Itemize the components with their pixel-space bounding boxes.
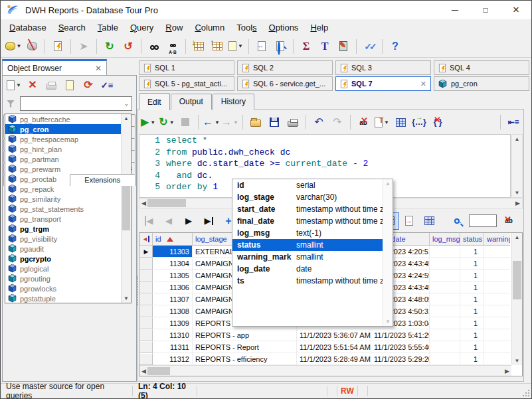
document-tab-sql-7[interactable]: SQL 7✕ xyxy=(335,76,431,91)
next-query-button[interactable]: →▼ xyxy=(221,114,238,131)
cell-warning[interactable] xyxy=(484,258,510,270)
cell-warning[interactable] xyxy=(484,270,510,281)
editor-tab-output[interactable]: Output xyxy=(171,94,212,110)
autocomplete-item-log_msg[interactable]: log_msgtext(-1) xyxy=(232,227,393,239)
cell-log-stage[interactable]: REPORTS - efficiency xyxy=(193,353,297,365)
scroll-right-icon[interactable]: ▶ xyxy=(515,200,520,206)
close-button[interactable]: × xyxy=(501,1,531,19)
close-icon[interactable]: ✕ xyxy=(420,80,426,88)
cell-warning[interactable] xyxy=(484,329,510,341)
cell-warning[interactable] xyxy=(484,246,510,258)
grid-vscrollbar[interactable]: ▲ ▼ xyxy=(511,233,522,365)
cell-start-date[interactable]: 11/1/2023 5:51:54 AM xyxy=(297,341,371,353)
cell-status[interactable]: 1 xyxy=(460,246,484,258)
grid-row-11312[interactable]: 11312REPORTS - efficiency11/1/2023 5:28:… xyxy=(139,353,522,365)
cell-id[interactable]: 11311 xyxy=(153,341,193,353)
extension-item-pgaudit[interactable]: pgaudit xyxy=(5,244,131,254)
cell-status[interactable]: 1 xyxy=(460,353,484,365)
locate-value-input[interactable] xyxy=(470,216,496,228)
run-query-button[interactable]: ▶▼ xyxy=(139,114,157,131)
cell-status[interactable]: 1 xyxy=(460,329,484,341)
export-result-button[interactable]: → xyxy=(399,212,419,230)
extension-item-pg_visibility[interactable]: pg_visibility xyxy=(5,234,131,244)
cell-status[interactable]: 1 xyxy=(460,317,484,329)
aggregate-button[interactable]: Σ xyxy=(298,38,315,55)
scroll-thumb[interactable] xyxy=(147,367,170,375)
result-grid-button[interactable] xyxy=(392,114,409,131)
save-file-button[interactable] xyxy=(266,114,283,131)
search-result-button[interactable]: → xyxy=(447,212,467,230)
object-properties-button[interactable]: ✓≡ xyxy=(98,76,116,94)
menu-database[interactable]: Database xyxy=(3,21,52,35)
text-format-button[interactable]: T▼ xyxy=(373,114,391,131)
cell-warning[interactable] xyxy=(484,353,510,365)
extension-item-pg_prewarm[interactable]: pg_prewarm xyxy=(5,164,131,174)
copy-button[interactable]: ▼ xyxy=(227,38,244,55)
extension-item-pg_stat_statements[interactable]: pg_stat_statements xyxy=(5,204,131,214)
import-table-button[interactable]: ↓ xyxy=(190,38,207,55)
cell-log-msg[interactable] xyxy=(430,281,460,293)
cell-id[interactable]: 11312 xyxy=(153,353,193,365)
grid-header-warning[interactable]: warning_ xyxy=(484,233,510,246)
grid-corner-cell[interactable]: ◄ xyxy=(139,233,153,246)
document-tab-sql-6[interactable]: SQL 6 - service.get_... xyxy=(237,76,333,91)
editor-vscrollbar[interactable]: ▲ ▼ xyxy=(511,134,523,198)
menu-query[interactable]: Query xyxy=(124,21,159,35)
grid-header-id[interactable]: id xyxy=(153,233,193,246)
cell-log-msg[interactable] xyxy=(430,317,460,329)
clear-filter-button[interactable]: ab✕ xyxy=(499,212,519,230)
cell-status[interactable]: 1 xyxy=(460,305,484,317)
remove-braces-button[interactable]: { }✕ xyxy=(429,114,446,131)
cell-final-date[interactable]: 11/1/2023 5:41:29 AM xyxy=(371,329,430,341)
menu-help[interactable]: Help xyxy=(304,21,334,35)
cell-status[interactable]: 1 xyxy=(460,341,484,353)
autocomplete-item-log_date[interactable]: log_datedate xyxy=(232,263,393,275)
grid-header-status[interactable]: status xyxy=(460,233,484,246)
scroll-down-icon[interactable]: ▼ xyxy=(512,358,522,364)
editor-tab-history[interactable]: History xyxy=(213,94,254,110)
scroll-thumb[interactable] xyxy=(122,184,130,230)
grid-row-11310[interactable]: 11310REPORTS - app11/1/2023 5:36:07 AM11… xyxy=(139,329,522,341)
document-tab-sql-3[interactable]: SQL 3 xyxy=(335,60,431,75)
object-filter-input[interactable] xyxy=(21,98,124,110)
rollback-button[interactable]: ↺ xyxy=(120,38,137,55)
extension-item-pgstattuple[interactable]: pgstattuple xyxy=(5,293,131,303)
grid-hscrollbar[interactable]: ◀ ▶ xyxy=(139,365,511,376)
delete-object-button[interactable]: ✕ xyxy=(24,76,41,94)
category-tab-extensions[interactable]: Extensions xyxy=(70,174,136,186)
autocomplete-item-id[interactable]: idserial xyxy=(232,179,393,191)
autocomplete-item-ts[interactable]: tstimestamp without time zone xyxy=(232,275,393,287)
grid-row-11311[interactable]: 11311REPORTS - Report11/1/2023 5:51:54 A… xyxy=(139,341,522,353)
cell-log-msg[interactable] xyxy=(430,293,460,305)
scroll-down-icon[interactable]: ▼ xyxy=(122,295,131,301)
cell-status[interactable]: 1 xyxy=(460,281,484,293)
autocomplete-item-log_stage[interactable]: log_stagevarchar(30) xyxy=(232,191,393,203)
extension-item-pgrouting[interactable]: pgrouting xyxy=(5,274,131,283)
document-tab-sql-4[interactable]: SQL 4 xyxy=(434,60,529,75)
cell-warning[interactable] xyxy=(484,281,510,293)
extension-item-pg_buffercache[interactable]: pg_buffercache xyxy=(5,114,131,124)
code-line-2[interactable]: 2from public.dwh_check dc xyxy=(139,147,510,159)
code-line-3[interactable]: 3where dc.start_date >= current_date - 2 xyxy=(139,158,510,170)
cell-log-msg[interactable] xyxy=(430,341,460,353)
prior-record-button[interactable]: ◀ xyxy=(159,212,179,230)
maximize-button[interactable]: □ xyxy=(470,1,501,19)
extension-item-pg_partman[interactable]: pg_partman xyxy=(5,154,131,164)
extension-item-pg_freespacemap[interactable]: pg_freespacemap xyxy=(5,134,131,144)
open-file-button[interactable] xyxy=(247,114,264,131)
editor-tab-edit[interactable]: Edit xyxy=(139,93,170,110)
help-button[interactable]: ? xyxy=(387,38,404,55)
scroll-up-icon[interactable]: ▲ xyxy=(512,136,522,142)
extensions-scrollbar[interactable]: ▲ ▼ xyxy=(121,114,131,303)
scroll-up-icon[interactable]: ▲ xyxy=(383,181,393,187)
text-viewer-button[interactable]: T xyxy=(316,38,333,55)
autocomplete-item-warning_mark[interactable]: warning_marksmallint xyxy=(232,251,393,263)
extension-item-pg_similarity[interactable]: pg_similarity xyxy=(5,194,131,204)
report-builder-button[interactable]: ✎ xyxy=(335,38,352,55)
cell-id[interactable]: 11303 xyxy=(153,246,193,258)
scroll-left-icon[interactable]: ◀ xyxy=(141,368,146,374)
autocomplete-item-start_date[interactable]: start_datetimestamp without time zone xyxy=(232,203,393,215)
cell-log-msg[interactable] xyxy=(430,353,460,365)
popup-scrollbar[interactable]: ▲ ▼ xyxy=(383,179,393,326)
resize-grip[interactable] xyxy=(522,389,530,397)
